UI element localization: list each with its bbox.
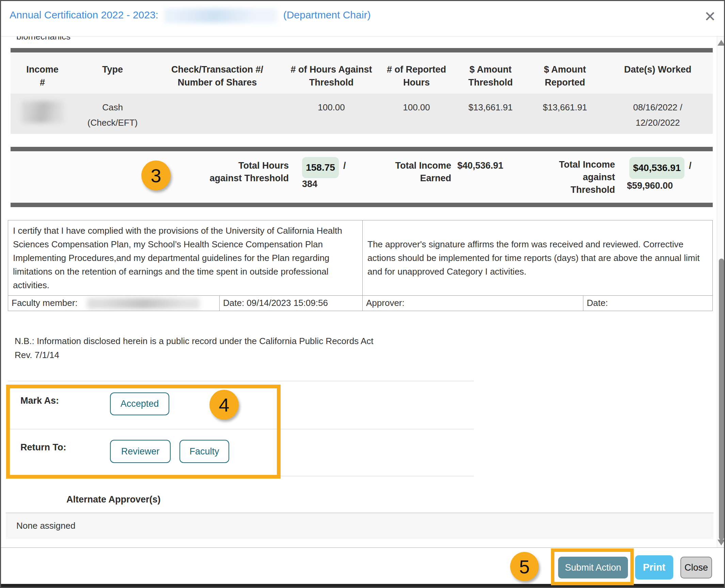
modal-title-suffix: (Department Chair) (283, 9, 371, 20)
amount-threshold-cell: $13,661.91 (454, 100, 527, 134)
faculty-name-redacted (87, 298, 200, 309)
faculty-certification-statement: I certify that I have complied with the … (8, 220, 362, 295)
submit-action-button[interactable]: Submit Action (558, 557, 628, 578)
total-income-against-threshold-label: Total Income against Threshold (539, 158, 615, 196)
income-table-header: Income # Type Check/Transaction #/ Numbe… (11, 52, 713, 94)
col-income-number: Income # (11, 63, 74, 94)
total-income-earned-value: $40,536.91 (457, 160, 503, 171)
scrollbar-down-arrow-icon[interactable] (718, 540, 725, 545)
public-record-note: N.B.: Information disclosed herein is a … (15, 334, 374, 362)
col-check-transaction: Check/Transaction #/ Number of Shares (151, 63, 284, 94)
accepted-button[interactable]: Accepted (110, 392, 169, 415)
dates-worked-cell: 08/16/2022 / 12/20/2022 (603, 100, 713, 134)
col-amount-reported: $ Amount Reported (527, 63, 603, 94)
income-number-cell (11, 100, 74, 134)
print-button[interactable]: Print (635, 555, 673, 579)
income-separator: / (689, 160, 692, 171)
reported-hours-cell: 100.00 (379, 100, 454, 134)
header-divider (1, 36, 724, 36)
faculty-member-cell: Faculty member: (8, 296, 219, 311)
faculty-date-cell: Date: 09/14/2023 15:09:56 (219, 296, 362, 311)
faculty-button[interactable]: Faculty (179, 440, 229, 463)
table-row: Cash (Check/EFT) 100.00 100.00 $13,661.9… (11, 94, 713, 134)
col-hours-against-threshold: # of Hours Against Threshold (284, 63, 379, 94)
revision-line: Rev. 7/1/14 (15, 348, 374, 362)
annotation-badge-5: 5 (510, 552, 539, 581)
annotation-badge-4: 4 (209, 390, 239, 420)
close-button[interactable]: Close (680, 557, 712, 578)
approver-certification-statement: The approver's signature affirms the for… (362, 220, 713, 295)
type-cell: Cash (Check/EFT) (74, 100, 151, 134)
close-icon[interactable]: ✕ (702, 9, 718, 25)
hours-threshold-value: 384 (302, 179, 317, 189)
totals-top-bar (11, 147, 713, 151)
footer-divider (1, 547, 724, 548)
amount-reported-cell: $13,661.91 (527, 100, 603, 134)
hours-separator: / (343, 160, 346, 171)
hours-against-threshold-cell: 100.00 (284, 100, 379, 134)
total-income-earned-label: Total Income Earned (376, 159, 451, 185)
reviewer-button[interactable]: Reviewer (110, 440, 171, 463)
modal-title-prefix: Annual Certification 2022 - 2023: (10, 9, 158, 20)
annotation-badge-3: 3 (141, 160, 171, 190)
vertical-scrollbar (717, 36, 725, 547)
total-hours-label: Total Hours against Threshold (192, 159, 289, 185)
divider (8, 381, 474, 381)
col-reported-hours: # of Reported Hours (379, 63, 454, 94)
approver-cell: Approver: (362, 296, 583, 311)
table-top-bar (11, 48, 713, 52)
modal-title: Annual Certification 2022 - 2023: (Depar… (10, 9, 371, 23)
check-transaction-cell (151, 100, 284, 134)
certification-table: I certify that I have complied with the … (8, 220, 713, 311)
alternate-approvers-value: None assigned (6, 513, 713, 539)
income-threshold-value: $59,960.00 (627, 181, 673, 191)
clipped-scroll-text: biomechanics (16, 36, 70, 42)
alternate-approvers-heading: Alternate Approver(s) (66, 494, 161, 505)
total-income-against-value: $40,536.91 (629, 157, 684, 179)
totals-bottom-bar (11, 203, 713, 207)
redacted-name (164, 9, 277, 23)
nb-line: N.B.: Information disclosed herein is a … (15, 334, 374, 348)
income-number-redacted (22, 101, 63, 123)
total-hours-value: 158.75 (302, 157, 339, 178)
annual-certification-modal: Annual Certification 2022 - 2023: (Depar… (0, 0, 725, 588)
scrollbar-up-arrow-icon[interactable] (718, 40, 725, 46)
clipped-word: biomechanics (16, 36, 70, 42)
col-amount-threshold: $ Amount Threshold (454, 63, 527, 94)
approver-date-cell: Date: (583, 296, 712, 311)
col-type: Type (74, 63, 151, 94)
col-dates-worked: Date(s) Worked (603, 63, 713, 94)
scrollbar-thumb[interactable] (719, 259, 724, 540)
